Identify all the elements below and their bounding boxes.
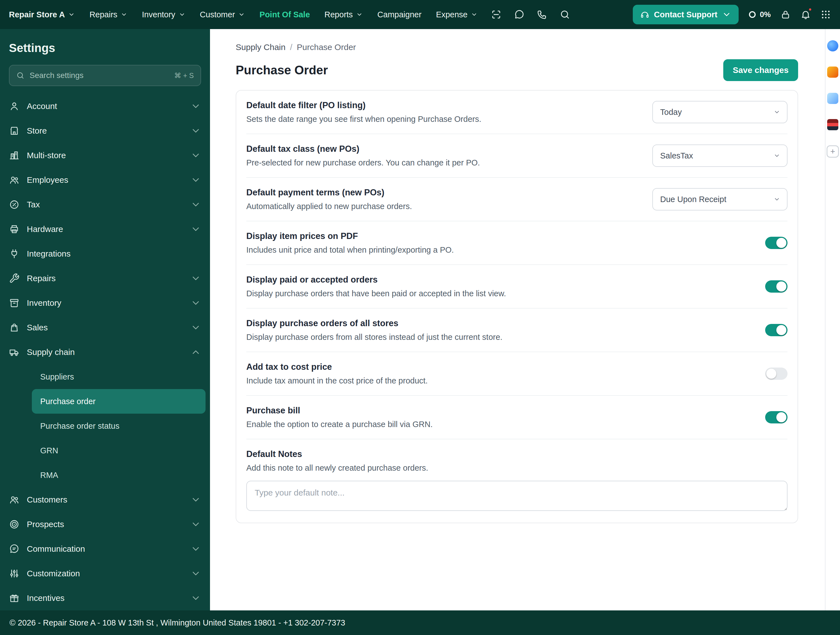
nav-item-label: Expense (436, 10, 467, 19)
nav-item-inventory[interactable]: Inventory (142, 10, 185, 19)
sidebar-item-repairs[interactable]: Repairs (0, 266, 210, 291)
breadcrumb: Supply Chain / Purchase Order (236, 43, 798, 52)
sidebar-item-integrations[interactable]: Integrations (0, 241, 210, 266)
page-title: Purchase Order (236, 63, 328, 77)
setting-title: Display paid or accepted orders (246, 274, 506, 285)
save-changes-button[interactable]: Save changes (723, 59, 798, 81)
add-tax-to-cost-price-toggle[interactable] (765, 367, 788, 380)
chat-icon[interactable] (514, 9, 524, 20)
setting-text: Display purchase orders of all storesDis… (246, 318, 502, 342)
chevron-down-icon (121, 11, 127, 18)
sidebar-item-hardware[interactable]: Hardware (0, 217, 210, 241)
setting-title: Display purchase orders of all stores (246, 318, 502, 329)
select-value: SalesTax (660, 151, 774, 160)
ext-orange-icon[interactable] (827, 67, 838, 78)
sidebar-title: Settings (0, 41, 210, 55)
display-paid-or-accepted-orders-toggle[interactable] (765, 280, 788, 293)
gift-icon (9, 593, 19, 603)
sliders-icon (9, 568, 19, 579)
sidebar-item-label: Multi-store (27, 150, 183, 160)
setting-description: Include tax amount in the cost price of … (246, 375, 428, 386)
ext-blue-icon[interactable] (827, 40, 838, 51)
usage-indicator[interactable]: 0% (748, 10, 771, 19)
sidebar-subitem-purchase-order-status[interactable]: Purchase order status (0, 414, 210, 438)
ext-red-icon[interactable] (827, 119, 838, 130)
chevron-down-icon (191, 593, 201, 603)
search-icon[interactable] (560, 9, 570, 20)
chat-lines-icon (9, 543, 19, 554)
display-item-prices-on-pdf-toggle[interactable] (765, 237, 788, 249)
setting-description: Add this note to all newly created purch… (246, 463, 582, 473)
setting-title: Default tax class (new POs) (246, 144, 480, 154)
default-date-filter-po-listing-select[interactable]: Today (652, 101, 788, 123)
chevron-down-icon (191, 568, 201, 579)
topnav-right: Contact Support 0% (633, 5, 831, 24)
sidebar-subitem-rma[interactable]: RMA (0, 463, 210, 488)
chevron-down-icon (238, 11, 245, 18)
nav-item-campaigner[interactable]: Campaigner (377, 10, 422, 19)
setting-description: Includes unit price and total when print… (246, 245, 454, 255)
top-navigation: Repair Store ARepairsInventoryCustomerPo… (0, 0, 840, 29)
chevron-down-icon (191, 543, 201, 554)
setting-row-display-paid-or-accepted-orders: Display paid or accepted ordersDisplay p… (246, 264, 788, 308)
settings-search-input[interactable] (30, 71, 169, 80)
display-purchase-orders-of-all-stores-toggle[interactable] (765, 324, 788, 336)
toggle-knob (766, 369, 776, 379)
setting-title: Default date filter (PO listing) (246, 100, 482, 111)
add-icon[interactable]: + (827, 145, 839, 158)
sidebar-item-label: Customers (27, 495, 183, 505)
nav-item-repairs[interactable]: Repairs (89, 10, 127, 19)
breadcrumb-supply-chain[interactable]: Supply Chain (236, 43, 286, 52)
sidebar-item-customers[interactable]: Customers (0, 488, 210, 512)
phone-icon[interactable] (537, 9, 547, 20)
setting-title: Default payment terms (new POs) (246, 187, 412, 198)
ext-lightblue-icon[interactable] (827, 93, 838, 104)
contact-support-button[interactable]: Contact Support (633, 5, 739, 24)
sidebar-item-tax[interactable]: Tax (0, 192, 210, 217)
nav-item-label: Reports (325, 10, 353, 19)
sidebar-item-supply-chain[interactable]: Supply chain (0, 340, 210, 364)
chevron-down-icon (471, 11, 477, 18)
nav-item-customer[interactable]: Customer (200, 10, 245, 19)
sidebar-item-communication[interactable]: Communication (0, 537, 210, 561)
settings-search[interactable]: ⌘ + S (9, 65, 201, 86)
sidebar-item-label: Account (27, 101, 183, 111)
user-icon (9, 101, 19, 111)
sidebar-subitem-purchase-order[interactable]: Purchase order (32, 389, 205, 414)
chevron-down-icon (179, 11, 185, 18)
apps-grid-icon[interactable] (821, 9, 831, 20)
nav-item-reports[interactable]: Reports (325, 10, 363, 19)
lock-icon[interactable] (780, 9, 791, 20)
setting-text: Default payment terms (new POs)Automatic… (246, 187, 412, 211)
setting-title: Default Notes (246, 449, 582, 459)
sidebar-subitem-suppliers[interactable]: Suppliers (0, 364, 210, 389)
select-value: Today (660, 108, 774, 117)
chevron-down-icon (191, 224, 201, 234)
sidebar-item-inventory[interactable]: Inventory (0, 291, 210, 315)
sidebar-item-customization[interactable]: Customization (0, 561, 210, 586)
chevron-down-icon (774, 152, 780, 159)
nav-item-expense[interactable]: Expense (436, 10, 477, 19)
scan-icon[interactable] (491, 9, 502, 20)
sidebar-item-incentives[interactable]: Incentives (0, 586, 210, 610)
sidebar-item-employees[interactable]: Employees (0, 168, 210, 192)
toggle-knob (776, 325, 786, 335)
sidebar-item-sales[interactable]: Sales (0, 315, 210, 340)
default-tax-class-new-pos-select[interactable]: SalesTax (652, 144, 788, 167)
setting-row-display-purchase-orders-of-all-stores: Display purchase orders of all storesDis… (246, 308, 788, 352)
nav-item-point-of-sale[interactable]: Point Of Sale (259, 10, 310, 19)
sidebar-item-prospects[interactable]: Prospects (0, 512, 210, 537)
bell-icon[interactable] (801, 9, 811, 20)
sidebar-subitem-grn[interactable]: GRN (0, 438, 210, 463)
nav-item-repair-store-a[interactable]: Repair Store A (9, 10, 75, 19)
page-header: Purchase Order Save changes (236, 59, 798, 81)
sidebar-item-store[interactable]: Store (0, 119, 210, 143)
default-notes-input[interactable] (246, 481, 788, 511)
usage-ring-icon (748, 10, 756, 19)
sidebar-item-account[interactable]: Account (0, 94, 210, 119)
breadcrumb-separator: / (290, 43, 292, 52)
sidebar-item-multi-store[interactable]: Multi-store (0, 143, 210, 168)
purchase-bill-toggle[interactable] (765, 411, 788, 423)
setting-title: Purchase bill (246, 405, 433, 416)
default-payment-terms-new-pos-select[interactable]: Due Upon Receipt (652, 188, 788, 211)
